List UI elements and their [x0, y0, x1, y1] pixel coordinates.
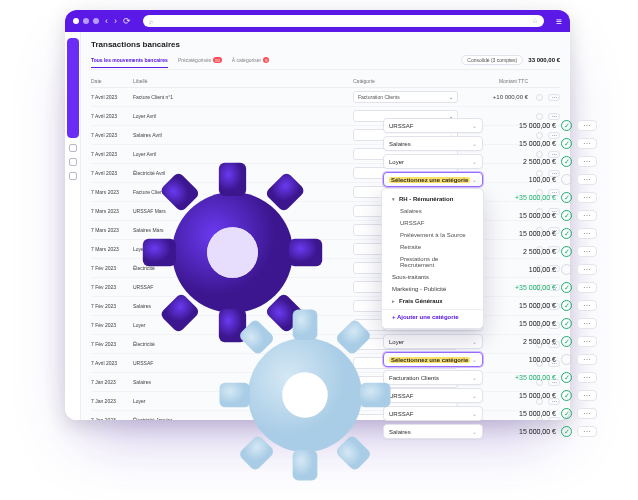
cell-date: 7 Fév 2023 — [91, 341, 133, 347]
validate-icon[interactable]: ✓ — [561, 246, 572, 257]
validate-icon[interactable]: ✓ — [561, 390, 572, 401]
rail-item[interactable] — [67, 38, 79, 138]
validate-icon[interactable]: ✓ — [561, 138, 572, 149]
category-select[interactable]: Salaires⌄ — [383, 136, 483, 151]
more-button[interactable]: ⋯ — [577, 210, 597, 221]
more-button[interactable]: ⋯ — [577, 192, 597, 203]
cell-label: Électricité — [133, 265, 353, 271]
col-amount[interactable]: Montant TTC — [458, 78, 528, 84]
dd-item[interactable]: Salaires — [382, 205, 483, 217]
more-button[interactable]: ⋯ — [577, 426, 597, 437]
more-button[interactable]: ⋯ — [577, 300, 597, 311]
chevron-down-icon: ⌄ — [472, 122, 477, 129]
category-select[interactable]: Facturation Clients⌄ — [383, 370, 483, 385]
more-button[interactable]: ⋯ — [577, 156, 597, 167]
more-button[interactable]: ⋯ — [577, 282, 597, 293]
reload-icon[interactable]: ⟳ — [123, 16, 131, 26]
dd-add-category[interactable]: + Ajouter une catégorie — [382, 309, 483, 324]
dd-item[interactable]: Retraite — [382, 241, 483, 253]
rail-item[interactable] — [69, 144, 77, 152]
cell-label: Facture Client n°1 — [133, 94, 353, 100]
tab-all[interactable]: Tous les mouvements bancaires — [91, 57, 168, 63]
table-row[interactable]: 7 Avril 2023 Facture Client n°1 Facturat… — [91, 88, 560, 107]
tab-bar: Tous les mouvements bancaires Précatégor… — [91, 55, 560, 70]
more-button[interactable]: ⋯ — [577, 372, 597, 383]
more-button[interactable]: ⋯ — [577, 408, 597, 419]
col-date[interactable]: Date — [91, 78, 133, 84]
cell-label: Salaires — [133, 303, 353, 309]
cell-date: 7 Avril 2023 — [91, 113, 133, 119]
col-category[interactable]: Catégorie — [353, 78, 458, 84]
tab-precategorized[interactable]: Précatégorisés50 — [178, 57, 222, 64]
validate-icon[interactable]: ✓ — [561, 336, 572, 347]
category-select[interactable]: Facturation Clients⌄ — [353, 91, 458, 103]
validate-icon[interactable]: ✓ — [561, 318, 572, 329]
dd-group[interactable]: ▾RH - Rémunération — [382, 193, 483, 205]
forward-icon[interactable]: › — [114, 16, 117, 26]
cell-date: 7 Fév 2023 — [91, 303, 133, 309]
category-dropdown[interactable]: ▾RH - Rémunération SalairesURSSAFPrélève… — [381, 188, 484, 329]
dd-item[interactable]: Prestations de Recrutement — [382, 253, 483, 271]
validate-icon[interactable]: ✓ — [561, 372, 572, 383]
dd-group2[interactable]: ▸Frais Généraux — [382, 295, 483, 307]
overflow-row: URSSAF⌄15 000,00 €✓⋯ — [383, 406, 618, 421]
cell-label: URSSAF — [133, 360, 353, 366]
star-icon[interactable]: ☆ — [532, 17, 538, 25]
category-select[interactable]: Sélectionnez une catégorie⌄ — [383, 352, 483, 367]
more-button[interactable]: ⋯ — [577, 264, 597, 275]
more-button[interactable]: ⋯ — [577, 354, 597, 365]
dd-item[interactable]: Prélèvement à la Source — [382, 229, 483, 241]
cell-amount: 2 500,00 € — [488, 158, 556, 165]
back-icon[interactable]: ‹ — [105, 16, 108, 26]
validate-icon[interactable]: ✓ — [561, 120, 572, 131]
category-select[interactable]: URSSAF⌄ — [383, 118, 483, 133]
validate-icon[interactable] — [536, 94, 543, 101]
window-controls[interactable] — [73, 18, 99, 24]
page-title: Transactions bancaires — [91, 40, 560, 49]
tab-to-categorize[interactable]: À catégoriser8 — [232, 57, 270, 64]
category-select[interactable]: Loyer⌄ — [383, 334, 483, 349]
validate-icon[interactable]: ✓ — [561, 426, 572, 437]
more-button[interactable]: ⋯ — [577, 228, 597, 239]
category-select[interactable]: Sélectionnez une catégorie⌄ — [383, 172, 483, 187]
url-bar[interactable]: ⌕ ☆ — [143, 15, 544, 27]
validate-icon[interactable]: ✓ — [561, 300, 572, 311]
menu-icon[interactable]: ≡ — [556, 16, 562, 27]
more-button[interactable]: ⋯ — [577, 336, 597, 347]
more-button[interactable]: ⋯ — [577, 246, 597, 257]
validate-icon[interactable]: ✓ — [561, 192, 572, 203]
rail-item[interactable] — [69, 158, 77, 166]
category-select[interactable]: URSSAF⌄ — [383, 406, 483, 421]
validate-icon[interactable]: ✓ — [561, 156, 572, 167]
validate-icon[interactable]: ✓ — [561, 228, 572, 239]
more-button[interactable]: ⋯ — [577, 120, 597, 131]
validate-icon[interactable]: ✓ — [561, 282, 572, 293]
validate-icon[interactable] — [561, 174, 572, 185]
category-select[interactable]: Loyer⌄ — [383, 154, 483, 169]
table-header: Date Libellé Catégorie Montant TTC — [91, 75, 560, 88]
more-button[interactable]: ⋯ — [577, 138, 597, 149]
category-select[interactable]: Salaires⌄ — [383, 424, 483, 439]
more-button[interactable]: ⋯ — [577, 174, 597, 185]
category-select[interactable]: URSSAF⌄ — [383, 388, 483, 403]
overflow-row: Sélectionnez une catégorie⌄100,00 €⋯ — [383, 352, 618, 367]
more-button[interactable]: ⋯ — [548, 94, 560, 101]
chevron-down-icon: ⌄ — [472, 392, 477, 399]
rail-item[interactable] — [69, 172, 77, 180]
col-label[interactable]: Libellé — [133, 78, 353, 84]
dd-item[interactable]: Sous-traitants — [382, 271, 483, 283]
validate-icon[interactable]: ✓ — [561, 408, 572, 419]
cell-amount: 100,00 € — [488, 266, 556, 273]
overflow-row: Loyer⌄2 500,00 €✓⋯ — [383, 334, 618, 349]
more-button[interactable]: ⋯ — [577, 318, 597, 329]
accounts-filter[interactable]: Consolidé (3 comptes) — [461, 55, 523, 65]
validate-icon[interactable] — [561, 354, 572, 365]
cell-date: 7 Mars 2023 — [91, 208, 133, 214]
validate-icon[interactable]: ✓ — [561, 210, 572, 221]
cell-amount: +10 000,00 € — [458, 94, 528, 100]
dd-item[interactable]: URSSAF — [382, 217, 483, 229]
more-button[interactable]: ⋯ — [577, 390, 597, 401]
dd-item[interactable]: Marketing - Publicité — [382, 283, 483, 295]
validate-icon[interactable] — [561, 264, 572, 275]
chevron-down-icon: ⌄ — [472, 158, 477, 165]
